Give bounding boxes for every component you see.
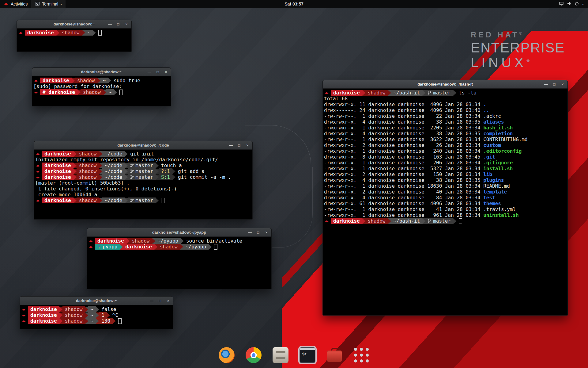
- maximize-button[interactable]: □: [157, 299, 163, 303]
- titlebar[interactable]: darknoise@shadow:~/bash-it — □ ×: [323, 80, 567, 89]
- prompt-user-segment: darknoise: [123, 244, 154, 250]
- powerline-separator-icon: [113, 318, 116, 324]
- maximize-button[interactable]: □: [552, 82, 557, 86]
- minimize-button[interactable]: —: [147, 70, 152, 74]
- powerline-separator-icon: [74, 169, 77, 174]
- maximize-button[interactable]: □: [236, 143, 242, 148]
- terminal-content[interactable]: darknoiseshadow~/bash-itmasterls -latota…: [323, 89, 567, 315]
- minimize-button[interactable]: —: [149, 299, 154, 303]
- powerline-separator-icon: [93, 30, 96, 36]
- powerline-separator-icon: [96, 307, 99, 312]
- dock-item-chrome[interactable]: [244, 346, 263, 364]
- terminal-content[interactable]: darknoiseshadow~sudo true[sudo] password…: [32, 76, 171, 106]
- brand-redhat: RED HAT®: [471, 31, 565, 39]
- app-menu-button[interactable]: Terminal ▾: [31, 0, 66, 8]
- terminal-window-home-1[interactable]: darknoise@shadow:~ — □ × darknoiseshadow…: [17, 20, 132, 52]
- executable-name: .gitignore: [483, 160, 513, 166]
- dock-item-show-applications[interactable]: [352, 346, 371, 364]
- dir-name: custom: [483, 142, 501, 148]
- maximize-button[interactable]: □: [115, 22, 121, 26]
- dock-item-files[interactable]: [271, 346, 290, 364]
- close-button[interactable]: ×: [124, 22, 129, 26]
- dock-item-toolbox[interactable]: [325, 346, 344, 364]
- terminal-line: darknoiseshadow~/codemaster: [35, 197, 251, 203]
- powerline-separator-icon: [56, 30, 59, 36]
- prompt-host-segment: shadow: [77, 163, 99, 168]
- terminal-window-pyapp[interactable]: darknoise@shadow:~/pyapp — □ × darknoise…: [87, 228, 272, 289]
- powerline-separator-icon: [156, 198, 159, 203]
- prompt-host-segment: shadow: [130, 238, 152, 244]
- window-title: darknoise@shadow:~/code: [34, 141, 252, 149]
- terminal-content[interactable]: darknoiseshadow~/codegit initInitialized…: [34, 150, 252, 219]
- titlebar[interactable]: darknoise@shadow:~/code — □ ×: [34, 141, 252, 150]
- titlebar[interactable]: darknoise@shadow:~ — □ ×: [20, 297, 173, 305]
- terminal-cursor: [459, 218, 462, 224]
- prompt-path-segment: ~: [85, 30, 93, 36]
- output-text: drwxrwxr-x. 2 darknoise darknoise 150 Ja…: [324, 171, 483, 177]
- prompt-user-segment: darknoise: [40, 78, 72, 83]
- prompt-git-segment: master: [128, 163, 156, 168]
- activities-button[interactable]: Activities: [0, 0, 31, 8]
- prompt-path-segment: ~: [88, 306, 96, 312]
- clock[interactable]: Sat 03:57: [0, 2, 588, 6]
- system-status-area[interactable]: ▾: [556, 0, 586, 8]
- terminal-window-home-2[interactable]: darknoise@shadow:~ — □ × darknoiseshadow…: [20, 296, 173, 329]
- terminal-content[interactable]: darknoiseshadow~/pyappsource bin/activat…: [87, 237, 271, 289]
- powerline-separator-icon: [181, 238, 184, 244]
- terminal-window-sudo[interactable]: darknoise@shadow:~ — □ × darknoiseshadow…: [32, 67, 171, 106]
- display-icon: [559, 1, 564, 7]
- terminal-line: pyappdarknoiseshadow~/pyapp: [88, 244, 270, 250]
- minimize-button[interactable]: —: [543, 82, 549, 86]
- close-button[interactable]: ×: [245, 143, 250, 148]
- dock-item-terminal[interactable]: $>: [298, 346, 317, 364]
- executable-name: .editorconfig: [483, 148, 522, 154]
- maximize-button[interactable]: □: [255, 230, 261, 235]
- minimize-button[interactable]: —: [228, 143, 234, 148]
- prompt-user-segment: # darknoise: [40, 89, 77, 95]
- close-button[interactable]: ×: [165, 299, 171, 303]
- titlebar[interactable]: darknoise@shadow:~ — □ ×: [32, 68, 171, 76]
- command-text: ls -la: [459, 90, 477, 96]
- prompt-user-segment: darknoise: [42, 197, 74, 203]
- prompt-path-segment: ~/code: [102, 163, 125, 168]
- output-text: -rwxrwxr-x. 1 darknoise darknoise 2205 J…: [324, 125, 483, 131]
- prompt-exitcode-segment: 130: [99, 318, 113, 324]
- terminal-app-icon: [35, 2, 40, 7]
- terminal-line: darknoiseshadow~/codemasterS:1git commit…: [35, 174, 251, 180]
- terminal-content[interactable]: darknoiseshadow~falsedarknoiseshadow~1^C…: [20, 305, 173, 329]
- minimize-button[interactable]: —: [107, 22, 113, 26]
- terminal-line: darknoiseshadow~1^C: [21, 312, 172, 318]
- redhat-prompt-icon: [89, 245, 93, 248]
- terminal-line: 1 file changed, 0 insertions(+), 0 delet…: [35, 186, 251, 192]
- output-text: drwxrwxr-x. 4 darknoise darknoise 84 Jan…: [324, 195, 483, 201]
- terminal-window-code[interactable]: darknoise@shadow:~/code — □ × darknoises…: [34, 141, 253, 220]
- close-button[interactable]: ×: [163, 70, 169, 74]
- dock-item-firefox[interactable]: [217, 346, 236, 364]
- prompt-path-segment: ~/bash-it: [391, 90, 423, 96]
- minimize-button[interactable]: —: [247, 230, 253, 235]
- terminal-cursor: [214, 244, 217, 250]
- executable-name: bash_it.sh: [483, 125, 513, 131]
- prompt-host-segment: shadow: [59, 30, 82, 36]
- redhat-prompt-icon: [22, 308, 26, 311]
- output-text: -rwxrwxr-x. 1 darknoise darknoise 961 Ja…: [324, 212, 483, 218]
- terminal-line: drwxrwxr-x. 2 darknoise darknoise 40 Jan…: [324, 189, 567, 195]
- terminal-window-bash-it[interactable]: darknoise@shadow:~/bash-it — □ × darknoi…: [322, 80, 568, 316]
- powerline-separator-icon: [85, 312, 88, 318]
- powerline-separator-icon: [85, 307, 88, 312]
- executable-name: uninstall.sh: [483, 212, 519, 218]
- output-text: drwxrwxr-x. 2 darknoise darknoise 26 Jan…: [324, 142, 483, 148]
- titlebar[interactable]: darknoise@shadow:~/pyapp — □ ×: [87, 228, 271, 237]
- powerline-separator-icon: [209, 244, 212, 250]
- prompt-user-segment: darknoise: [28, 312, 59, 318]
- titlebar[interactable]: darknoise@shadow:~ — □ ×: [17, 20, 131, 29]
- redhat-prompt-icon: [34, 91, 38, 94]
- maximize-button[interactable]: □: [155, 70, 160, 74]
- close-button[interactable]: ×: [560, 82, 565, 86]
- terminal-line: -rwxrwxr-x. 1 darknoise darknoise 961 Ja…: [324, 212, 567, 218]
- close-button[interactable]: ×: [264, 230, 269, 235]
- output-text: [master (root-commit) 50bcb63] .: [35, 180, 130, 186]
- redhat-prompt-icon: [325, 220, 329, 222]
- terminal-content[interactable]: darknoiseshadow~: [17, 29, 131, 52]
- terminal-line: -rw-rw-r--. 1 darknoise darknoise 22 Jan…: [324, 113, 567, 119]
